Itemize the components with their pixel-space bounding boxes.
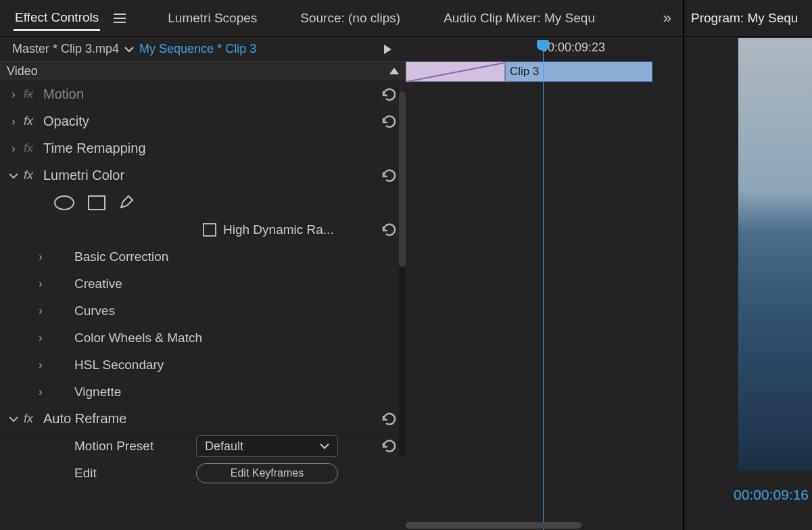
effect-motion[interactable]: › fx Motion	[0, 81, 406, 108]
reset-icon[interactable]	[381, 223, 398, 237]
fx-badge-icon[interactable]: fx	[20, 87, 37, 101]
tab-audio-clip-mixer[interactable]: Audio Clip Mixer: My Sequ	[442, 7, 596, 30]
chevron-right-icon[interactable]: ›	[34, 386, 47, 398]
effect-opacity[interactable]: › fx Opacity	[0, 108, 406, 135]
video-section-header[interactable]: Video	[0, 61, 406, 81]
timeline-clip-current[interactable]: Clip 3	[505, 62, 652, 82]
mask-ellipse-icon[interactable]	[54, 195, 74, 210]
mini-timeline: 00:00:09:23 Clip 3	[406, 37, 683, 530]
lumetri-vignette[interactable]: ›Vignette	[0, 379, 406, 406]
program-monitor-preview[interactable]	[738, 38, 812, 471]
reset-icon[interactable]	[381, 412, 398, 426]
collapse-up-icon[interactable]	[389, 68, 399, 74]
tab-source[interactable]: Source: (no clips)	[299, 7, 402, 30]
timeline-timecode: 00:00:09:23	[541, 41, 605, 55]
tab-lumetri-scopes[interactable]: Lumetri Scopes	[166, 7, 258, 30]
lumetri-color-wheels[interactable]: ›Color Wheels & Match	[0, 324, 406, 352]
program-timecode[interactable]: 00:00:09:16	[734, 487, 809, 503]
panel-tab-bar: Effect Controls Lumetri Scopes Source: (…	[0, 0, 683, 37]
sub-label: Color Wheels & Match	[74, 331, 202, 345]
master-clip-label[interactable]: Master * Clip 3.mp4	[12, 42, 119, 56]
reset-icon[interactable]	[381, 88, 398, 101]
fx-badge-icon[interactable]: fx	[20, 114, 37, 128]
effect-lumetri-color[interactable]: fx Lumetri Color	[0, 162, 406, 189]
scrollbar-thumb[interactable]	[406, 522, 581, 529]
chevron-down-icon[interactable]	[124, 46, 134, 53]
hdr-row: High Dynamic Ra...	[0, 216, 406, 243]
panel-menu-icon[interactable]	[114, 14, 126, 23]
chevron-down-icon[interactable]	[7, 172, 20, 179]
chevron-right-icon[interactable]: ›	[7, 89, 20, 101]
chevron-right-icon[interactable]: ›	[7, 143, 20, 155]
effect-time-remapping[interactable]: › fx Time Remapping	[0, 135, 406, 162]
reset-icon[interactable]	[381, 169, 398, 183]
edit-row: Edit Edit Keyframes	[0, 460, 406, 487]
fx-badge-icon[interactable]: fx	[20, 141, 37, 155]
hdr-checkbox[interactable]	[203, 223, 216, 237]
chevron-right-icon[interactable]: ›	[34, 359, 47, 371]
scrollbar-thumb[interactable]	[399, 91, 406, 267]
playhead[interactable]	[543, 37, 544, 530]
sub-label: Curves	[74, 304, 115, 318]
chevron-down-icon[interactable]	[7, 416, 20, 423]
mask-tools-row	[0, 189, 406, 216]
tab-effect-controls[interactable]: Effect Controls	[14, 6, 100, 31]
sub-label: HSL Secondary	[74, 358, 164, 372]
motion-preset-dropdown[interactable]: Default	[196, 435, 338, 457]
mask-rect-icon[interactable]	[88, 195, 105, 210]
timeline-clip-previous[interactable]	[406, 62, 505, 82]
lumetri-basic-correction[interactable]: ›Basic Correction	[0, 243, 406, 270]
lumetri-creative[interactable]: ›Creative	[0, 270, 406, 297]
edit-label: Edit	[74, 466, 196, 481]
reset-icon[interactable]	[381, 439, 398, 453]
effect-label: Motion	[43, 87, 399, 102]
effect-label: Time Remapping	[43, 141, 399, 156]
mask-pen-icon[interactable]	[119, 193, 135, 212]
playhead-line	[543, 47, 544, 530]
effects-list: Master * Clip 3.mp4 My Sequence * Clip 3…	[0, 37, 406, 530]
sub-label: Creative	[74, 276, 122, 291]
play-icon[interactable]	[383, 44, 392, 55]
scrollbar-horizontal[interactable]	[406, 521, 672, 530]
motion-preset-label: Motion Preset	[74, 439, 196, 454]
effect-label: Opacity	[43, 114, 399, 129]
chevron-right-icon[interactable]: ›	[34, 251, 47, 263]
effect-auto-reframe[interactable]: fx Auto Reframe	[0, 406, 406, 433]
fx-badge-icon[interactable]: fx	[20, 168, 37, 183]
chevron-right-icon[interactable]: ›	[34, 332, 47, 344]
scrollbar-vertical[interactable]	[399, 91, 406, 456]
edit-keyframes-button[interactable]: Edit Keyframes	[196, 463, 338, 483]
chevron-right-icon[interactable]: ›	[34, 305, 47, 317]
dropdown-value: Default	[205, 439, 320, 454]
hdr-label: High Dynamic Ra...	[223, 222, 334, 237]
motion-preset-row: Motion Preset Default	[0, 433, 406, 460]
video-header-label: Video	[7, 64, 389, 78]
chevron-right-icon[interactable]: ›	[7, 116, 20, 128]
sequence-clip-label[interactable]: My Sequence * Clip 3	[139, 42, 256, 56]
program-panel: Program: My Sequ 00:00:09:16	[684, 0, 812, 530]
effect-label: Auto Reframe	[43, 411, 399, 427]
program-tab-bar: Program: My Sequ	[684, 0, 812, 37]
fx-badge-icon[interactable]: fx	[20, 412, 37, 426]
sub-label: Basic Correction	[74, 249, 168, 264]
chevron-down-icon	[320, 443, 329, 450]
reset-icon[interactable]	[381, 115, 398, 128]
effect-label: Lumetri Color	[43, 168, 399, 183]
tab-program[interactable]: Program: My Sequ	[691, 11, 798, 26]
master-clip-row: Master * Clip 3.mp4 My Sequence * Clip 3	[0, 37, 406, 61]
sub-label: Vignette	[74, 385, 121, 400]
tab-overflow-icon[interactable]: »	[663, 9, 669, 27]
lumetri-curves[interactable]: ›Curves	[0, 297, 406, 324]
lumetri-hsl-secondary[interactable]: ›HSL Secondary	[0, 352, 406, 379]
chevron-right-icon[interactable]: ›	[34, 278, 47, 290]
